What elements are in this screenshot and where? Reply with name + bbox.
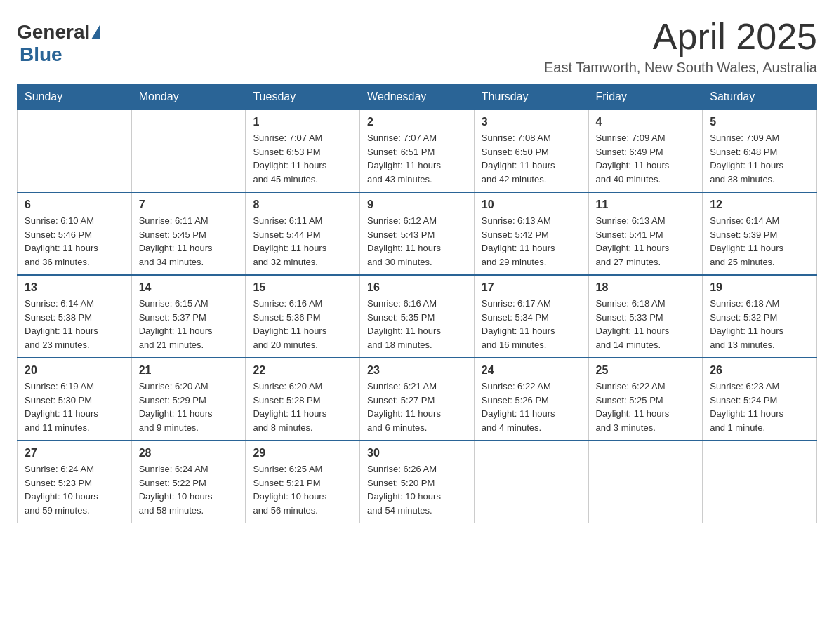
day-number: 3 [482, 116, 581, 128]
day-info: Sunrise: 6:14 AMSunset: 5:39 PMDaylight:… [710, 215, 783, 267]
day-number: 25 [596, 364, 696, 377]
calendar-cell: 13Sunrise: 6:14 AMSunset: 5:38 PMDayligh… [18, 275, 132, 358]
logo-blue-text: Blue [20, 43, 62, 65]
day-number: 29 [253, 447, 352, 459]
day-info: Sunrise: 6:16 AMSunset: 5:36 PMDaylight:… [253, 298, 326, 350]
day-number: 1 [253, 116, 352, 128]
calendar-cell: 16Sunrise: 6:16 AMSunset: 5:35 PMDayligh… [360, 275, 475, 358]
day-number: 9 [367, 199, 467, 211]
logo: General Blue [17, 17, 101, 66]
calendar-cell: 9Sunrise: 6:12 AMSunset: 5:43 PMDaylight… [360, 192, 475, 275]
day-info: Sunrise: 6:10 AMSunset: 5:46 PMDaylight:… [25, 215, 98, 267]
calendar-cell [703, 441, 817, 523]
day-number: 14 [139, 281, 239, 294]
calendar-cell: 2Sunrise: 7:07 AMSunset: 6:51 PMDaylight… [360, 109, 475, 192]
header-day-sunday: Sunday [18, 85, 132, 110]
day-info: Sunrise: 7:07 AMSunset: 6:53 PMDaylight:… [253, 133, 326, 185]
calendar-cell: 22Sunrise: 6:20 AMSunset: 5:28 PMDayligh… [246, 358, 360, 441]
day-info: Sunrise: 6:14 AMSunset: 5:38 PMDaylight:… [25, 298, 98, 350]
day-info: Sunrise: 6:26 AMSunset: 5:20 PMDaylight:… [367, 464, 441, 516]
week-row-5: 27Sunrise: 6:24 AMSunset: 5:23 PMDayligh… [18, 441, 817, 523]
day-number: 8 [253, 199, 352, 211]
week-row-4: 20Sunrise: 6:19 AMSunset: 5:30 PMDayligh… [18, 358, 817, 441]
calendar-cell [131, 109, 246, 192]
day-info: Sunrise: 6:13 AMSunset: 5:42 PMDaylight:… [482, 215, 555, 267]
calendar-cell: 1Sunrise: 7:07 AMSunset: 6:53 PMDaylight… [246, 109, 360, 192]
day-info: Sunrise: 6:21 AMSunset: 5:27 PMDaylight:… [367, 381, 441, 433]
calendar-cell [588, 441, 703, 523]
calendar-cell: 25Sunrise: 6:22 AMSunset: 5:25 PMDayligh… [588, 358, 703, 441]
calendar-cell: 8Sunrise: 6:11 AMSunset: 5:44 PMDaylight… [246, 192, 360, 275]
calendar-cell: 27Sunrise: 6:24 AMSunset: 5:23 PMDayligh… [18, 441, 132, 523]
calendar-cell: 11Sunrise: 6:13 AMSunset: 5:41 PMDayligh… [588, 192, 703, 275]
day-info: Sunrise: 7:09 AMSunset: 6:49 PMDaylight:… [596, 133, 670, 185]
header-day-tuesday: Tuesday [246, 85, 360, 110]
day-info: Sunrise: 6:13 AMSunset: 5:41 PMDaylight:… [596, 215, 670, 267]
day-info: Sunrise: 6:15 AMSunset: 5:37 PMDaylight:… [139, 298, 213, 350]
day-info: Sunrise: 7:07 AMSunset: 6:51 PMDaylight:… [367, 133, 441, 185]
day-number: 18 [596, 281, 696, 294]
day-info: Sunrise: 6:20 AMSunset: 5:28 PMDaylight:… [253, 381, 326, 433]
calendar-cell: 4Sunrise: 7:09 AMSunset: 6:49 PMDaylight… [588, 109, 703, 192]
title-area: April 2025 East Tamworth, New South Wale… [544, 17, 817, 76]
day-number: 28 [139, 447, 239, 459]
day-info: Sunrise: 6:11 AMSunset: 5:45 PMDaylight:… [139, 215, 213, 267]
day-info: Sunrise: 6:11 AMSunset: 5:44 PMDaylight:… [253, 215, 326, 267]
calendar-cell: 29Sunrise: 6:25 AMSunset: 5:21 PMDayligh… [246, 441, 360, 523]
calendar-cell: 17Sunrise: 6:17 AMSunset: 5:34 PMDayligh… [474, 275, 588, 358]
calendar-cell: 7Sunrise: 6:11 AMSunset: 5:45 PMDaylight… [131, 192, 246, 275]
calendar-cell: 10Sunrise: 6:13 AMSunset: 5:42 PMDayligh… [474, 192, 588, 275]
day-info: Sunrise: 6:22 AMSunset: 5:26 PMDaylight:… [482, 381, 555, 433]
day-info: Sunrise: 6:19 AMSunset: 5:30 PMDaylight:… [25, 381, 98, 433]
calendar-cell: 24Sunrise: 6:22 AMSunset: 5:26 PMDayligh… [474, 358, 588, 441]
day-number: 13 [25, 281, 124, 294]
day-number: 22 [253, 364, 352, 377]
calendar-cell: 6Sunrise: 6:10 AMSunset: 5:46 PMDaylight… [18, 192, 132, 275]
day-info: Sunrise: 6:23 AMSunset: 5:24 PMDaylight:… [710, 381, 783, 433]
day-number: 4 [596, 116, 696, 128]
calendar-cell: 28Sunrise: 6:24 AMSunset: 5:22 PMDayligh… [131, 441, 246, 523]
day-number: 11 [596, 199, 696, 211]
logo-triangle-icon [91, 25, 100, 39]
calendar-cell [18, 109, 132, 192]
calendar-cell: 30Sunrise: 6:26 AMSunset: 5:20 PMDayligh… [360, 441, 475, 523]
day-info: Sunrise: 6:25 AMSunset: 5:21 PMDaylight:… [253, 464, 326, 516]
day-number: 23 [367, 364, 467, 377]
calendar-cell: 3Sunrise: 7:08 AMSunset: 6:50 PMDaylight… [474, 109, 588, 192]
day-number: 30 [367, 447, 467, 459]
day-number: 27 [25, 447, 124, 459]
header-day-monday: Monday [131, 85, 246, 110]
calendar-cell: 14Sunrise: 6:15 AMSunset: 5:37 PMDayligh… [131, 275, 246, 358]
day-number: 24 [482, 364, 581, 377]
day-number: 5 [710, 116, 809, 128]
calendar-cell: 5Sunrise: 7:09 AMSunset: 6:48 PMDaylight… [703, 109, 817, 192]
header-day-friday: Friday [588, 85, 703, 110]
header-day-wednesday: Wednesday [360, 85, 475, 110]
month-title: April 2025 [544, 17, 817, 57]
day-info: Sunrise: 7:08 AMSunset: 6:50 PMDaylight:… [482, 133, 555, 185]
day-number: 19 [710, 281, 809, 294]
day-info: Sunrise: 6:22 AMSunset: 5:25 PMDaylight:… [596, 381, 670, 433]
day-info: Sunrise: 6:12 AMSunset: 5:43 PMDaylight:… [367, 215, 441, 267]
day-number: 6 [25, 199, 124, 211]
day-info: Sunrise: 6:16 AMSunset: 5:35 PMDaylight:… [367, 298, 441, 350]
header-day-thursday: Thursday [474, 85, 588, 110]
header-day-saturday: Saturday [703, 85, 817, 110]
day-number: 20 [25, 364, 124, 377]
day-info: Sunrise: 6:18 AMSunset: 5:32 PMDaylight:… [710, 298, 783, 350]
day-info: Sunrise: 6:18 AMSunset: 5:33 PMDaylight:… [596, 298, 670, 350]
day-number: 17 [482, 281, 581, 294]
day-number: 10 [482, 199, 581, 211]
week-row-2: 6Sunrise: 6:10 AMSunset: 5:46 PMDaylight… [18, 192, 817, 275]
calendar-cell: 26Sunrise: 6:23 AMSunset: 5:24 PMDayligh… [703, 358, 817, 441]
day-number: 26 [710, 364, 809, 377]
calendar-cell [474, 441, 588, 523]
day-info: Sunrise: 6:24 AMSunset: 5:22 PMDaylight:… [139, 464, 213, 516]
calendar-table: SundayMondayTuesdayWednesdayThursdayFrid… [17, 84, 817, 523]
location-title: East Tamworth, New South Wales, Australi… [544, 60, 817, 76]
day-info: Sunrise: 6:20 AMSunset: 5:29 PMDaylight:… [139, 381, 213, 433]
day-info: Sunrise: 7:09 AMSunset: 6:48 PMDaylight:… [710, 133, 783, 185]
header: General Blue April 2025 East Tamworth, N… [17, 17, 817, 76]
week-row-1: 1Sunrise: 7:07 AMSunset: 6:53 PMDaylight… [18, 109, 817, 192]
calendar-cell: 12Sunrise: 6:14 AMSunset: 5:39 PMDayligh… [703, 192, 817, 275]
